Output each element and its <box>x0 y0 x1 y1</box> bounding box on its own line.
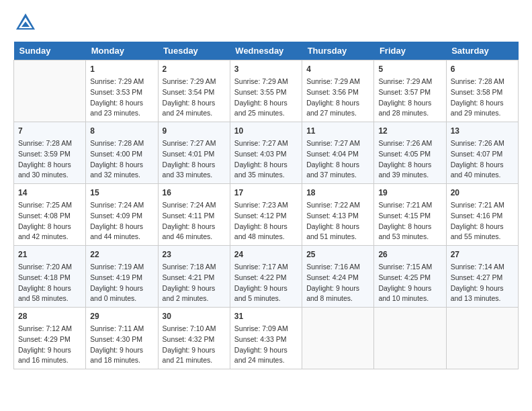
calendar-cell: 14Sunrise: 7:25 AMSunset: 4:08 PMDayligh… <box>14 184 86 246</box>
day-info: Sunrise: 7:15 AMSunset: 4:25 PMDaylight:… <box>378 262 441 304</box>
day-number: 28 <box>18 310 81 322</box>
day-info: Sunrise: 7:28 AMSunset: 3:58 PMDaylight:… <box>451 77 514 119</box>
calendar-cell: 1Sunrise: 7:29 AMSunset: 3:53 PMDaylight… <box>86 60 158 122</box>
day-number: 20 <box>451 187 514 199</box>
calendar-cell: 12Sunrise: 7:26 AMSunset: 4:05 PMDayligh… <box>374 122 446 184</box>
day-number: 11 <box>306 125 369 137</box>
day-info: Sunrise: 7:23 AMSunset: 4:12 PMDaylight:… <box>234 200 298 242</box>
day-info: Sunrise: 7:12 AMSunset: 4:29 PMDaylight:… <box>18 324 81 366</box>
calendar-week-row: 28Sunrise: 7:12 AMSunset: 4:29 PMDayligh… <box>14 308 519 369</box>
logo <box>13 11 40 35</box>
day-info: Sunrise: 7:21 AMSunset: 4:16 PMDaylight:… <box>451 200 514 242</box>
calendar-cell <box>14 60 86 122</box>
calendar-cell: 20Sunrise: 7:21 AMSunset: 4:16 PMDayligh… <box>446 184 518 246</box>
calendar-cell: 28Sunrise: 7:12 AMSunset: 4:29 PMDayligh… <box>14 308 86 369</box>
day-number: 15 <box>90 187 153 199</box>
day-info: Sunrise: 7:25 AMSunset: 4:08 PMDaylight:… <box>18 200 81 242</box>
day-number: 2 <box>163 63 226 75</box>
day-info: Sunrise: 7:29 AMSunset: 3:54 PMDaylight:… <box>163 77 226 119</box>
calendar-cell: 11Sunrise: 7:27 AMSunset: 4:04 PMDayligh… <box>302 122 374 184</box>
day-info: Sunrise: 7:21 AMSunset: 4:15 PMDaylight:… <box>378 200 441 242</box>
calendar-cell: 13Sunrise: 7:26 AMSunset: 4:07 PMDayligh… <box>446 122 518 184</box>
day-info: Sunrise: 7:26 AMSunset: 4:07 PMDaylight:… <box>451 138 514 181</box>
calendar-cell: 30Sunrise: 7:10 AMSunset: 4:32 PMDayligh… <box>158 308 230 369</box>
calendar-cell: 18Sunrise: 7:22 AMSunset: 4:13 PMDayligh… <box>302 184 374 246</box>
calendar-cell: 3Sunrise: 7:29 AMSunset: 3:55 PMDaylight… <box>230 60 302 122</box>
calendar-cell: 25Sunrise: 7:16 AMSunset: 4:24 PMDayligh… <box>302 246 374 308</box>
weekday-header-thursday: Thursday <box>302 42 374 60</box>
weekday-header-saturday: Saturday <box>446 42 518 60</box>
day-number: 9 <box>163 125 226 137</box>
day-number: 31 <box>234 310 298 322</box>
day-info: Sunrise: 7:26 AMSunset: 4:05 PMDaylight:… <box>378 138 441 181</box>
calendar-cell: 21Sunrise: 7:20 AMSunset: 4:18 PMDayligh… <box>14 246 86 308</box>
day-number: 8 <box>90 125 153 137</box>
calendar-week-row: 14Sunrise: 7:25 AMSunset: 4:08 PMDayligh… <box>14 184 519 246</box>
day-info: Sunrise: 7:10 AMSunset: 4:32 PMDaylight:… <box>163 324 226 366</box>
day-info: Sunrise: 7:20 AMSunset: 4:18 PMDaylight:… <box>18 262 81 304</box>
calendar-cell: 7Sunrise: 7:28 AMSunset: 3:59 PMDaylight… <box>14 122 86 184</box>
calendar-week-row: 21Sunrise: 7:20 AMSunset: 4:18 PMDayligh… <box>14 246 519 308</box>
day-info: Sunrise: 7:24 AMSunset: 4:09 PMDaylight:… <box>90 200 153 242</box>
day-info: Sunrise: 7:29 AMSunset: 3:53 PMDaylight:… <box>90 77 153 119</box>
day-number: 4 <box>306 63 369 75</box>
weekday-header-wednesday: Wednesday <box>230 42 302 60</box>
header <box>13 11 519 35</box>
day-number: 23 <box>163 248 226 261</box>
day-info: Sunrise: 7:28 AMSunset: 3:59 PMDaylight:… <box>18 138 81 181</box>
calendar-cell: 31Sunrise: 7:09 AMSunset: 4:33 PMDayligh… <box>230 308 302 369</box>
calendar-cell: 27Sunrise: 7:14 AMSunset: 4:27 PMDayligh… <box>446 246 518 308</box>
day-number: 30 <box>163 310 226 322</box>
calendar-cell: 17Sunrise: 7:23 AMSunset: 4:12 PMDayligh… <box>230 184 302 246</box>
calendar-cell: 26Sunrise: 7:15 AMSunset: 4:25 PMDayligh… <box>374 246 446 308</box>
day-number: 12 <box>378 125 441 137</box>
day-info: Sunrise: 7:11 AMSunset: 4:30 PMDaylight:… <box>90 324 153 366</box>
day-info: Sunrise: 7:29 AMSunset: 3:55 PMDaylight:… <box>234 77 298 119</box>
day-info: Sunrise: 7:09 AMSunset: 4:33 PMDaylight:… <box>234 324 298 366</box>
day-number: 1 <box>90 63 153 75</box>
calendar-cell: 10Sunrise: 7:27 AMSunset: 4:03 PMDayligh… <box>230 122 302 184</box>
calendar-cell: 5Sunrise: 7:29 AMSunset: 3:57 PMDaylight… <box>374 60 446 122</box>
day-number: 16 <box>163 187 226 199</box>
day-number: 22 <box>90 248 153 261</box>
weekday-header-monday: Monday <box>86 42 158 60</box>
day-info: Sunrise: 7:19 AMSunset: 4:19 PMDaylight:… <box>90 262 153 304</box>
calendar-cell: 2Sunrise: 7:29 AMSunset: 3:54 PMDaylight… <box>158 60 230 122</box>
calendar-week-row: 1Sunrise: 7:29 AMSunset: 3:53 PMDaylight… <box>14 60 519 122</box>
calendar-cell <box>302 308 374 369</box>
day-number: 27 <box>451 248 514 261</box>
logo-icon <box>13 11 38 35</box>
day-info: Sunrise: 7:29 AMSunset: 3:56 PMDaylight:… <box>306 77 369 119</box>
calendar-cell: 23Sunrise: 7:18 AMSunset: 4:21 PMDayligh… <box>158 246 230 308</box>
weekday-header-tuesday: Tuesday <box>158 42 230 60</box>
day-number: 19 <box>378 187 441 199</box>
day-number: 17 <box>234 187 298 199</box>
calendar-cell <box>374 308 446 369</box>
day-number: 25 <box>306 248 369 261</box>
day-number: 3 <box>234 63 298 75</box>
day-number: 24 <box>234 248 298 261</box>
day-number: 10 <box>234 125 298 137</box>
day-number: 6 <box>451 63 514 75</box>
calendar-cell: 9Sunrise: 7:27 AMSunset: 4:01 PMDaylight… <box>158 122 230 184</box>
calendar-cell: 19Sunrise: 7:21 AMSunset: 4:15 PMDayligh… <box>374 184 446 246</box>
calendar-cell: 8Sunrise: 7:28 AMSunset: 4:00 PMDaylight… <box>86 122 158 184</box>
day-number: 5 <box>378 63 441 75</box>
day-info: Sunrise: 7:18 AMSunset: 4:21 PMDaylight:… <box>163 262 226 304</box>
weekday-row: SundayMondayTuesdayWednesdayThursdayFrid… <box>14 42 519 60</box>
day-info: Sunrise: 7:16 AMSunset: 4:24 PMDaylight:… <box>306 262 369 304</box>
calendar-cell: 4Sunrise: 7:29 AMSunset: 3:56 PMDaylight… <box>302 60 374 122</box>
calendar-week-row: 7Sunrise: 7:28 AMSunset: 3:59 PMDaylight… <box>14 122 519 184</box>
day-number: 26 <box>378 248 441 261</box>
weekday-header-friday: Friday <box>374 42 446 60</box>
day-info: Sunrise: 7:17 AMSunset: 4:22 PMDaylight:… <box>234 262 298 304</box>
day-number: 7 <box>18 125 81 137</box>
day-info: Sunrise: 7:27 AMSunset: 4:03 PMDaylight:… <box>234 138 298 181</box>
calendar-cell: 16Sunrise: 7:24 AMSunset: 4:11 PMDayligh… <box>158 184 230 246</box>
calendar-cell: 29Sunrise: 7:11 AMSunset: 4:30 PMDayligh… <box>86 308 158 369</box>
calendar-header: SundayMondayTuesdayWednesdayThursdayFrid… <box>14 42 519 60</box>
calendar-cell: 24Sunrise: 7:17 AMSunset: 4:22 PMDayligh… <box>230 246 302 308</box>
calendar-table: SundayMondayTuesdayWednesdayThursdayFrid… <box>13 42 519 369</box>
day-number: 29 <box>90 310 153 322</box>
day-info: Sunrise: 7:24 AMSunset: 4:11 PMDaylight:… <box>163 200 226 242</box>
